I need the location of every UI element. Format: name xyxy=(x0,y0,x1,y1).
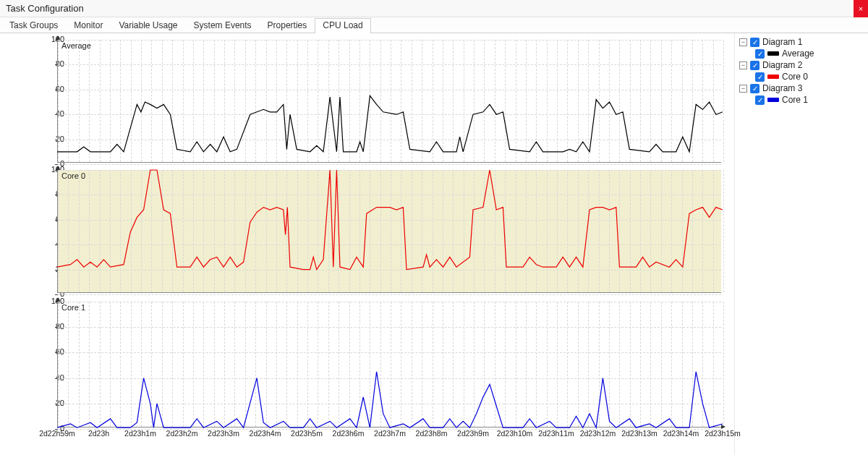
checkbox-icon[interactable]: ✓ xyxy=(750,38,760,47)
chart-panel-2[interactable]: Core 12d22h59m2d23h2d23h1m2d23h2m2d23h3m… xyxy=(56,301,722,428)
legend-series-label: Core 1 xyxy=(782,95,808,105)
x-tick-label: 2d23h3m xyxy=(208,429,239,438)
legend-series-label: Average xyxy=(782,48,814,59)
tab-properties[interactable]: Properties xyxy=(260,18,315,33)
legend-group-1[interactable]: − ✓ Diagram 1 xyxy=(739,36,864,48)
tab-bar: Task Groups Monitor Variable Usage Syste… xyxy=(0,17,868,33)
legend-panel: − ✓ Diagram 1 ✓ Average − ✓ Diagram 2 ✓ … xyxy=(734,33,868,455)
window-title: Task Configuration xyxy=(6,3,84,14)
legend-group-2[interactable]: − ✓ Diagram 2 xyxy=(739,59,864,71)
close-icon[interactable]: × xyxy=(854,0,868,17)
collapse-icon[interactable]: − xyxy=(739,61,747,69)
x-tick-label: 2d23h8m xyxy=(416,429,448,438)
chart-area: 020406080100Average020406080100Core 0020… xyxy=(0,33,734,455)
collapse-icon[interactable]: − xyxy=(739,38,747,46)
legend-group-label: Diagram 2 xyxy=(762,60,802,70)
legend-series-label: Core 0 xyxy=(782,72,808,82)
x-tick-label: 2d23h15m xyxy=(705,429,741,438)
chart-trace xyxy=(57,170,723,294)
x-tick-label: 2d23h14m xyxy=(663,429,699,438)
chart-panel-0[interactable]: Average xyxy=(56,39,722,163)
swatch-icon xyxy=(767,98,779,102)
chart-trace xyxy=(57,302,723,429)
checkbox-icon[interactable]: ✓ xyxy=(755,49,765,59)
checkbox-icon[interactable]: ✓ xyxy=(755,95,765,105)
x-tick-label: 2d23h13m xyxy=(621,429,658,438)
checkbox-icon[interactable]: ✓ xyxy=(750,84,760,93)
tab-system-events[interactable]: System Events xyxy=(186,18,260,33)
legend-series-core1[interactable]: ✓ Core 1 xyxy=(739,94,864,106)
checkbox-icon[interactable]: ✓ xyxy=(750,61,760,70)
x-tick-label: 2d23h11m xyxy=(538,429,574,438)
x-tick-label: 2d23h10m xyxy=(497,429,533,438)
window-titlebar: Task Configuration × xyxy=(0,0,868,17)
tab-monitor[interactable]: Monitor xyxy=(66,18,111,33)
legend-group-label: Diagram 1 xyxy=(762,37,802,47)
chart-trace xyxy=(57,40,723,164)
legend-group-label: Diagram 3 xyxy=(762,83,802,93)
chart-panel-1[interactable]: Core 0 xyxy=(56,169,722,294)
x-tick-label: 2d22h59m xyxy=(39,429,75,438)
legend-group-3[interactable]: − ✓ Diagram 3 xyxy=(739,82,864,94)
x-tick-label: 2d23h12m xyxy=(580,429,616,438)
x-tick-label: 2d23h4m xyxy=(250,429,281,438)
x-tick-label: 2d23h7m xyxy=(374,429,406,438)
swatch-icon xyxy=(767,75,779,79)
x-tick-label: 2d23h5m xyxy=(291,429,323,438)
x-tick-label: 2d23h6m xyxy=(333,429,365,438)
x-tick-label: 2d23h2m xyxy=(166,429,198,438)
tab-task-groups[interactable]: Task Groups xyxy=(1,18,66,33)
checkbox-icon[interactable]: ✓ xyxy=(755,72,765,82)
legend-series-average[interactable]: ✓ Average xyxy=(739,48,864,59)
legend-series-core0[interactable]: ✓ Core 0 xyxy=(739,71,864,82)
collapse-icon[interactable]: − xyxy=(739,85,747,93)
x-tick-label: 2d23h xyxy=(88,429,109,438)
x-tick-label: 2d23h9m xyxy=(457,429,489,438)
tab-variable-usage[interactable]: Variable Usage xyxy=(111,18,185,33)
swatch-icon xyxy=(767,51,779,56)
tab-cpu-load[interactable]: CPU Load xyxy=(315,18,370,33)
x-tick-label: 2d23h1m xyxy=(124,429,156,438)
